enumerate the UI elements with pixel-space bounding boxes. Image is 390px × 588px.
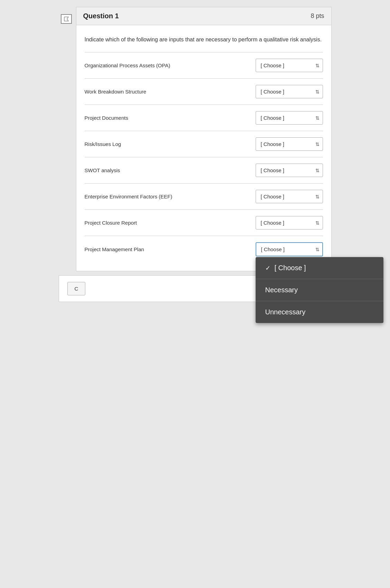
question-title: Question 1	[83, 12, 119, 20]
answer-row: Project Closure Report[ Choose ]Necessar…	[85, 210, 323, 236]
answer-select-pmp[interactable]: [ Choose ]NecessaryUnnecessary	[256, 242, 323, 256]
dropdown-item-necessary[interactable]: Necessary	[256, 279, 383, 301]
dropdown-overlay: ✓[ Choose ]NecessaryUnnecessary	[256, 257, 383, 323]
answer-select-pd[interactable]: [ Choose ]NecessaryUnnecessary	[256, 111, 323, 125]
dropdown-item-label-choose: [ Choose ]	[275, 264, 306, 272]
answer-label-pd: Project Documents	[85, 114, 256, 121]
answer-select-eef[interactable]: [ Choose ]NecessaryUnnecessary	[256, 190, 323, 203]
answer-label-eef: Enterprise Environment Factors (EEF)	[85, 193, 256, 200]
dropdown-item-label-necessary: Necessary	[265, 286, 298, 294]
answer-label-pcr: Project Closure Report	[85, 219, 256, 226]
page-container: Question 1 8 pts Indicate which of the f…	[59, 7, 332, 302]
question-text: Indicate which of the following are inpu…	[85, 36, 323, 44]
dropdown-item-label-unnecessary: Unnecessary	[265, 308, 306, 316]
select-wrapper-opa: [ Choose ]NecessaryUnnecessary⇅	[256, 59, 323, 72]
answer-rows-container: Organizational Process Assets (OPA)[ Cho…	[85, 52, 323, 263]
answer-row: Enterprise Environment Factors (EEF)[ Ch…	[85, 184, 323, 210]
answer-row: SWOT analysis[ Choose ]NecessaryUnnecess…	[85, 157, 323, 184]
answer-select-wbs[interactable]: [ Choose ]NecessaryUnnecessary	[256, 85, 323, 98]
select-wrapper-wbs: [ Choose ]NecessaryUnnecessary⇅	[256, 85, 323, 98]
answer-label-pmp: Project Management Plan	[85, 246, 256, 253]
answer-select-swot[interactable]: [ Choose ]NecessaryUnnecessary	[256, 164, 323, 177]
answer-row: Project Management Plan[ Choose ]Necessa…	[85, 236, 323, 263]
check-icon: ✓	[265, 264, 270, 272]
select-wrapper-pmp: [ Choose ]NecessaryUnnecessary⇅✓[ Choose…	[256, 242, 323, 256]
select-wrapper-pcr: [ Choose ]NecessaryUnnecessary⇅	[256, 216, 323, 229]
flag-icon[interactable]	[61, 14, 72, 24]
dropdown-item-choose[interactable]: ✓[ Choose ]	[256, 257, 383, 279]
answer-label-opa: Organizational Process Assets (OPA)	[85, 62, 256, 69]
answer-row: Work Breakdown Structure[ Choose ]Necess…	[85, 79, 323, 105]
select-wrapper-eef: [ Choose ]NecessaryUnnecessary⇅	[256, 190, 323, 203]
answer-select-ril[interactable]: [ Choose ]NecessaryUnnecessary	[256, 137, 323, 151]
answer-label-wbs: Work Breakdown Structure	[85, 88, 256, 95]
answer-row: Project Documents[ Choose ]NecessaryUnne…	[85, 105, 323, 131]
answer-label-ril: Risk/Issues Log	[85, 140, 256, 148]
question-points: 8 pts	[311, 12, 324, 20]
answer-row: Organizational Process Assets (OPA)[ Cho…	[85, 52, 323, 79]
dropdown-item-unnecessary[interactable]: Unnecessary	[256, 301, 383, 323]
answer-row: Risk/Issues Log[ Choose ]NecessaryUnnece…	[85, 131, 323, 157]
select-wrapper-pd: [ Choose ]NecessaryUnnecessary⇅	[256, 111, 323, 125]
select-wrapper-swot: [ Choose ]NecessaryUnnecessary⇅	[256, 164, 323, 177]
answer-select-opa[interactable]: [ Choose ]NecessaryUnnecessary	[256, 59, 323, 72]
question-body: Indicate which of the following are inpu…	[76, 25, 331, 271]
question-header: Question 1 8 pts	[76, 7, 331, 25]
answer-label-swot: SWOT analysis	[85, 167, 256, 174]
answer-select-pcr[interactable]: [ Choose ]NecessaryUnnecessary	[256, 216, 323, 229]
cancel-button[interactable]: C	[67, 282, 86, 295]
select-wrapper-ril: [ Choose ]NecessaryUnnecessary⇅	[256, 137, 323, 151]
question-card: Question 1 8 pts Indicate which of the f…	[76, 7, 332, 271]
